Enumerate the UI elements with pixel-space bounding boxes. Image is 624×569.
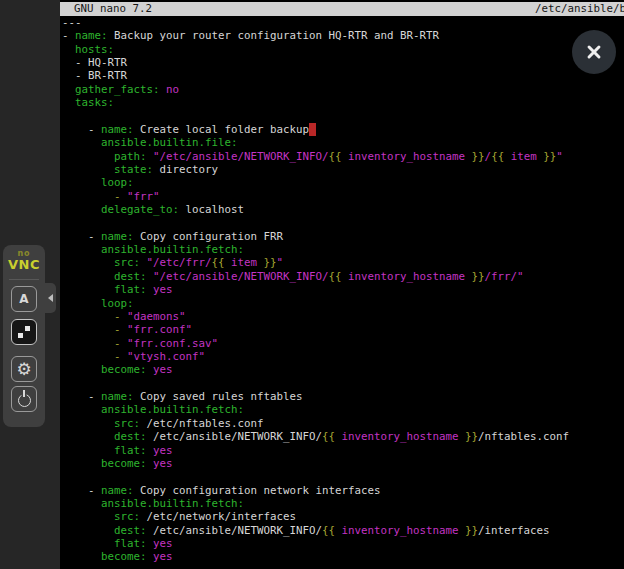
settings-button[interactable]: ⚙ [11,356,37,382]
editor-line: - "frr.conf.sav" [62,337,624,350]
editor-line: ansible.builtin.fetch: [62,497,624,510]
editor-line: - HQ-RTR [62,56,624,69]
fullscreen-button[interactable] [11,319,37,345]
vnc-control-bar: no VNC A ⚙ [3,245,45,427]
disconnect-button[interactable] [11,386,37,412]
editor-line: src: /etc/nftables.conf [62,417,624,430]
editor-line [62,377,624,390]
fullscreen-icon [18,326,30,338]
editor-line: gather_facts: no [62,83,624,96]
gear-icon: ⚙ [16,361,31,378]
novnc-logo: no VNC [3,250,45,271]
control-bar-collapse-handle[interactable] [45,283,56,313]
nano-version-title: GNU nano 7.2 [74,2,152,16]
editor-line: - "frr.conf" [62,323,624,336]
editor-line: - name: Create local folder backup [62,123,624,136]
keyboard-a-icon: A [19,292,28,306]
power-icon [18,394,31,407]
editor-line: - name: Backup your router configuration… [62,29,624,42]
editor-line: state: directory [62,163,624,176]
terminal-screen[interactable]: GNU nano 7.2 /etc/ansible/b ---- name: B… [60,0,624,569]
editor-line: - "daemons" [62,310,624,323]
editor-line: dest: "/etc/ansible/NETWORK_INFO/{{ inve… [62,270,624,283]
editor-line: - name: Copy saved rules nftables [62,390,624,403]
editor-line: flat: yes [62,444,624,457]
novnc-logo-vnc: VNC [3,258,45,271]
editor-line: - name: Copy configuration network inter… [62,484,624,497]
editor-line: tasks: [62,96,624,109]
close-button[interactable] [572,30,616,74]
editor-line: loop: [62,176,624,189]
editor-line: dest: /etc/ansible/NETWORK_INFO/{{ inven… [62,524,624,537]
editor-line: loop: [62,297,624,310]
editor-line: - name: Copy configuration FRR [62,230,624,243]
nano-file-path: /etc/ansible/b [535,2,624,16]
editor-line: dest: /etc/ansible/NETWORK_INFO/{{ inven… [62,430,624,443]
editor-line: flat: yes [62,537,624,550]
sidebar-divider [9,279,39,280]
editor-line: - "frr" [62,190,624,203]
editor-line: src: /etc/network/interfaces [62,510,624,523]
editor-line: flat: yes [62,283,624,296]
nano-titlebar: GNU nano 7.2 /etc/ansible/b [60,2,624,16]
editor-area[interactable]: ---- name: Backup your router configurat… [62,16,624,569]
editor-line [62,470,624,483]
editor-line: - "vtysh.conf" [62,350,624,363]
novnc-session: { "window": { "app_title": "GNU nano 7.2… [0,0,624,569]
editor-line: ansible.builtin.fetch: [62,403,624,416]
editor-line: src: "/etc/frr/{{ item }}" [62,256,624,269]
editor-line: ansible.builtin.file: [62,136,624,149]
editor-line: become: yes [62,550,624,563]
editor-line [62,216,624,229]
editor-line: delegate_to: localhost [62,203,624,216]
editor-line: --- [62,16,624,29]
editor-line: hosts: [62,43,624,56]
editor-line: ansible.builtin.fetch: [62,243,624,256]
extra-keys-button[interactable]: A [11,286,37,312]
editor-line: become: yes [62,457,624,470]
editor-line: - BR-RTR [62,69,624,82]
editor-line [62,110,624,123]
editor-line: become: yes [62,363,624,376]
editor-line: path: "/etc/ansible/NETWORK_INFO/{{ inve… [62,150,624,163]
